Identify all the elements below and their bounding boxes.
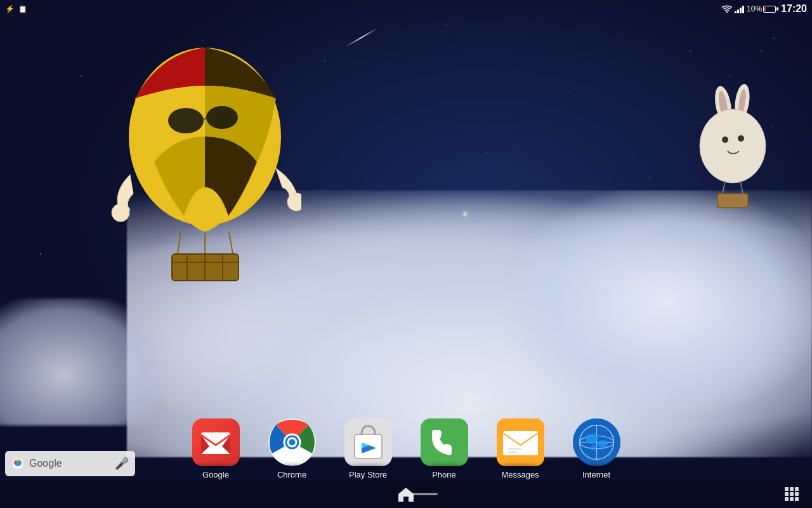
bottom-nav: Google 🎤 (0, 480, 812, 508)
svg-point-18 (700, 109, 766, 183)
playstore-icon[interactable] (344, 418, 392, 466)
signal-bars (735, 4, 744, 13)
svg-rect-50 (790, 492, 794, 496)
battery-icon (763, 6, 776, 13)
messages-shadow (500, 465, 541, 470)
balloon-main-svg (111, 35, 301, 283)
svg-point-20 (738, 135, 744, 142)
svg-point-43 (598, 440, 608, 448)
svg-rect-32 (421, 418, 468, 466)
playstore-label: Play Store (349, 470, 387, 479)
status-left-icons: ⚡ 📋 (5, 4, 27, 13)
google-label: Google (202, 470, 229, 479)
signal-bar-2 (737, 10, 739, 13)
svg-point-29 (289, 439, 295, 446)
app-messages[interactable]: Messages (497, 418, 544, 479)
status-right-icons: 10% 17:20 (722, 3, 807, 15)
cloud-right (508, 190, 812, 413)
svg-point-44 (591, 445, 597, 450)
svg-rect-46 (785, 487, 789, 491)
apps-grid-icon[interactable] (784, 486, 799, 502)
svg-rect-47 (790, 487, 794, 491)
app-phone[interactable]: Phone (421, 418, 468, 479)
messages-label: Messages (501, 470, 539, 479)
svg-point-19 (722, 137, 728, 143)
battery-percent: 10% (747, 4, 762, 13)
balloon-main (111, 35, 308, 289)
svg-line-8 (229, 232, 233, 254)
messages-icon[interactable] (497, 418, 544, 466)
sim-icon: 📋 (18, 5, 27, 13)
svg-line-22 (740, 181, 743, 194)
google-shadow (195, 465, 237, 466)
svg-rect-54 (795, 497, 799, 501)
cloud-left (0, 298, 159, 425)
internet-shadow (576, 465, 617, 470)
wifi-icon (722, 4, 732, 13)
search-bar[interactable]: Google 🎤 (5, 451, 135, 476)
google-g-logo (11, 457, 24, 470)
svg-point-2 (206, 106, 238, 129)
search-text: Google (29, 458, 110, 469)
app-google[interactable]: Google (192, 418, 240, 479)
chrome-shadow (272, 465, 313, 466)
clock: 17:20 (781, 3, 807, 15)
app-chrome[interactable]: Chrome (268, 418, 316, 479)
balloon-rabbit-svg (695, 83, 777, 210)
playstore-shadow (348, 465, 389, 470)
app-internet[interactable]: Internet (573, 418, 620, 479)
apps-grid-button[interactable] (784, 486, 799, 502)
svg-rect-49 (785, 492, 789, 496)
chrome-label: Chrome (277, 470, 306, 479)
app-playstore[interactable]: Play Store (344, 418, 392, 479)
battery-container: 10% (747, 4, 776, 13)
svg-point-4 (112, 204, 129, 222)
balloon-rabbit (695, 83, 777, 210)
signal-bar-1 (735, 11, 737, 13)
svg-point-42 (586, 434, 598, 444)
battery-fill (764, 7, 766, 11)
phone-label: Phone (432, 470, 456, 479)
signal-bar-4 (742, 6, 744, 13)
svg-rect-52 (785, 497, 789, 501)
nav-separator (412, 493, 438, 495)
internet-label: Internet (582, 470, 610, 479)
svg-rect-48 (795, 487, 799, 491)
status-bar: ⚡ 📋 10% 17:20 (0, 0, 812, 18)
svg-point-1 (168, 108, 204, 133)
google-icon[interactable] (192, 418, 240, 466)
chrome-icon[interactable] (268, 418, 316, 466)
phone-shadow (424, 465, 465, 470)
mic-icon[interactable]: 🎤 (115, 457, 129, 471)
svg-rect-53 (790, 497, 794, 501)
svg-rect-51 (795, 492, 799, 496)
svg-rect-23 (717, 194, 748, 208)
signal-bar-3 (740, 8, 742, 13)
svg-line-6 (178, 232, 181, 254)
usb-icon: ⚡ (5, 4, 15, 13)
nav-indicator (412, 493, 438, 495)
phone-icon[interactable] (421, 418, 468, 466)
internet-icon[interactable] (573, 418, 620, 466)
svg-line-21 (723, 181, 725, 194)
